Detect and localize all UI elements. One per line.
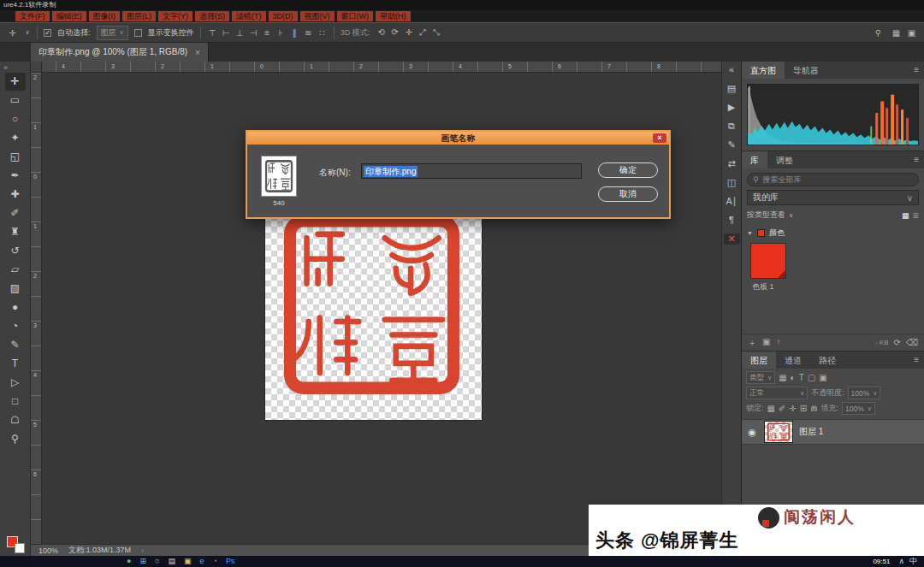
dialog-close-button[interactable]: ×: [653, 133, 666, 143]
background-color-swatch[interactable]: [15, 543, 25, 553]
library-search-input[interactable]: ⚲ 搜索全部库: [747, 173, 919, 186]
current-tool-icon[interactable]: ✛: [7, 28, 18, 38]
recorder-tray-icon[interactable]: ●: [127, 556, 131, 567]
menu-item[interactable]: 文件(F): [15, 11, 50, 21]
distribute-vertical-icon[interactable]: ∥: [289, 28, 300, 38]
grid-view-icon[interactable]: ▦: [902, 211, 909, 220]
clone-source-panel-icon[interactable]: ⧉: [724, 121, 740, 132]
tab-libraries[interactable]: 库: [742, 151, 767, 168]
history-panel-icon[interactable]: ▤: [724, 83, 740, 94]
quick-selection-tool[interactable]: ✦: [5, 129, 26, 147]
menu-item[interactable]: 图层(L): [122, 11, 156, 21]
character-panel-icon[interactable]: A∣: [724, 196, 740, 207]
tab-histogram[interactable]: 直方图: [742, 62, 785, 79]
menu-item[interactable]: 文字(Y): [158, 11, 192, 21]
path-selection-tool[interactable]: ▷: [5, 374, 26, 392]
ok-button[interactable]: 确定: [598, 162, 658, 178]
cancel-button[interactable]: 取消: [598, 186, 658, 202]
tray-expand-icon[interactable]: ∧: [898, 556, 904, 567]
zoom-level[interactable]: 100%: [38, 546, 58, 555]
history-brush-tool[interactable]: ↺: [5, 242, 26, 260]
add-library-item-icon[interactable]: ＋: [748, 337, 756, 349]
upload-icon[interactable]: ↑: [776, 337, 780, 349]
marquee-tool[interactable]: ▭: [5, 92, 26, 109]
delete-icon[interactable]: ⌫: [906, 338, 918, 347]
panel-menu-icon[interactable]: ≡: [909, 151, 924, 168]
lock-artboard-icon[interactable]: ⊞: [800, 404, 807, 413]
paragraph-panel-icon[interactable]: ¶: [724, 215, 740, 226]
tab-paths[interactable]: 路径: [810, 351, 844, 369]
status-expand-icon[interactable]: ›: [141, 546, 144, 555]
filter-shape-layers-icon[interactable]: ▢: [808, 373, 815, 382]
tab-navigator[interactable]: 导航器: [785, 62, 827, 79]
library-color-swatch[interactable]: [750, 243, 786, 279]
layout-grid-icon[interactable]: ▦: [891, 28, 902, 38]
auto-select-dropdown[interactable]: 图层∨: [97, 26, 128, 40]
healing-brush-tool[interactable]: ✚: [5, 186, 26, 204]
dodge-tool[interactable]: ◔: [5, 317, 26, 335]
filter-smart-objects-icon[interactable]: ▣: [819, 373, 826, 382]
lock-transparency-icon[interactable]: ▦: [767, 404, 775, 413]
align-horizontal-centers-icon[interactable]: ≡: [262, 28, 273, 38]
menu-item[interactable]: 视图(V): [300, 11, 335, 21]
tab-layers[interactable]: 图层: [742, 351, 776, 369]
panel-menu-icon[interactable]: ≡: [909, 62, 924, 79]
blur-tool[interactable]: ●: [5, 298, 26, 316]
gradient-tool[interactable]: ▨: [5, 280, 26, 298]
menu-item[interactable]: 帮助(H): [376, 11, 411, 21]
libraries-panel-icon[interactable]: ◫: [724, 177, 740, 188]
file-explorer-icon[interactable]: ▣: [184, 556, 192, 567]
zoom-tool[interactable]: ⚲: [5, 430, 26, 448]
search-button[interactable]: ○: [155, 556, 159, 567]
new-group-icon[interactable]: ▣: [762, 337, 770, 349]
orbit-3d-icon[interactable]: ⟲: [376, 27, 387, 38]
crop-tool[interactable]: ◱: [5, 148, 26, 166]
align-top-edges-icon[interactable]: ⊤: [207, 28, 218, 38]
scale-3d-icon[interactable]: ⤡: [430, 27, 441, 38]
auto-select-checkbox[interactable]: ✓: [44, 29, 51, 37]
menu-item[interactable]: 编辑(E): [52, 11, 86, 21]
menu-item[interactable]: 选择(S): [195, 11, 229, 21]
document-tab[interactable]: 印章制作.png @ 100% (图层 1, RGB/8) ×: [31, 43, 209, 62]
ime-icon[interactable]: 中: [909, 556, 917, 567]
photoshop-taskbar-icon[interactable]: Ps: [226, 556, 235, 567]
browser-icon[interactable]: e: [199, 556, 204, 567]
task-view-button[interactable]: ▤: [168, 556, 175, 567]
chrome-icon[interactable]: ◔: [212, 556, 216, 567]
start-button[interactable]: ⊞: [139, 556, 146, 567]
layer-thumbnail[interactable]: [764, 421, 793, 443]
roll-3d-icon[interactable]: ⟳: [389, 27, 400, 38]
sync-icon[interactable]: ⟳: [893, 338, 900, 347]
my-library-dropdown[interactable]: 我的库 ∨: [747, 190, 919, 205]
move-tool[interactable]: ✛: [5, 73, 26, 91]
layer-row[interactable]: ◉ 图层 1: [742, 419, 924, 445]
timeline-panel-icon[interactable]: ⇄: [724, 158, 740, 169]
workspace-switcher-icon[interactable]: ▣: [906, 28, 917, 38]
layer-visibility-icon[interactable]: ◉: [746, 427, 758, 438]
distribute-spacing-icon[interactable]: ∷: [317, 28, 328, 38]
brush-tool[interactable]: ✐: [5, 204, 26, 222]
lock-image-icon[interactable]: ✐: [779, 404, 785, 413]
eyedropper-tool[interactable]: ✒: [5, 167, 26, 185]
slide-3d-icon[interactable]: ⤢: [417, 27, 428, 38]
filter-type-layers-icon[interactable]: T: [799, 373, 804, 382]
menu-item[interactable]: 窗口(W): [337, 11, 374, 21]
blend-mode-dropdown[interactable]: 正常 ∨: [746, 387, 808, 399]
fill-dropdown[interactable]: 100% ∨: [842, 402, 875, 415]
brush-name-input[interactable]: 印章制作.png: [361, 163, 582, 179]
filter-adjustment-layers-icon[interactable]: ◐: [791, 373, 796, 382]
tab-channels[interactable]: 通道: [776, 351, 810, 369]
brush-settings-panel-icon[interactable]: ✎: [724, 139, 740, 151]
search-icon[interactable]: ⚲: [873, 28, 884, 38]
lock-position-icon[interactable]: ✛: [789, 404, 796, 413]
collapse-panels-icon[interactable]: «: [724, 64, 740, 75]
actions-panel-icon[interactable]: ▶: [724, 102, 740, 113]
align-vertical-centers-icon[interactable]: ⊢: [221, 28, 232, 38]
tab-adjustments[interactable]: 调整: [767, 151, 802, 168]
layer-filter-type-dropdown[interactable]: 类型 ∨: [746, 371, 775, 384]
filter-pixel-layers-icon[interactable]: ▦: [779, 373, 786, 382]
opacity-dropdown[interactable]: 100% ∨: [848, 387, 881, 399]
align-bottom-edges-icon[interactable]: ⊥: [234, 28, 246, 38]
eraser-tool[interactable]: ▱: [5, 261, 26, 279]
tool-preset-caret-icon[interactable]: ∨: [24, 29, 31, 36]
